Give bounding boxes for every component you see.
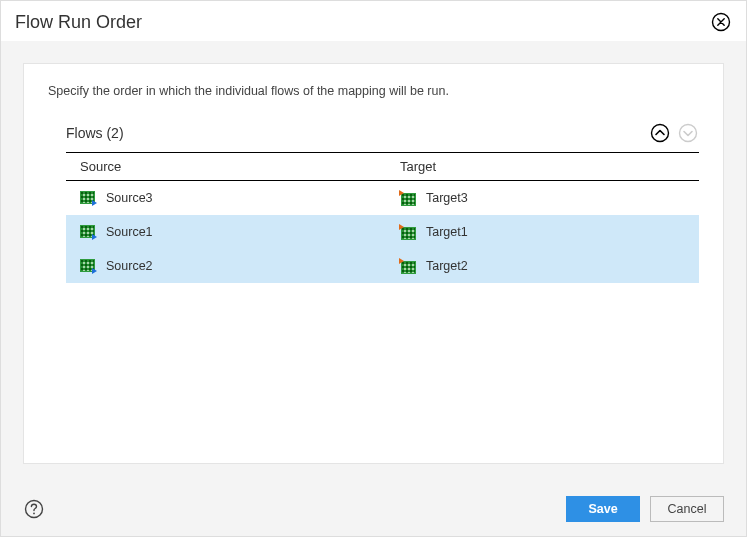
column-header-target: Target (400, 159, 699, 174)
table-row[interactable]: Source3Target3 (66, 181, 699, 215)
flows-block: Flows (2) (66, 116, 699, 283)
dialog-title: Flow Run Order (15, 12, 710, 33)
source-icon (80, 259, 96, 273)
svg-point-1 (652, 125, 669, 142)
help-icon (24, 499, 44, 519)
source-icon (80, 191, 96, 205)
body-area: Specify the order in which the individua… (1, 41, 746, 486)
target-icon (400, 225, 416, 239)
table-row[interactable]: Source1Target1 (66, 215, 699, 249)
source-label: Source1 (106, 225, 153, 239)
save-button[interactable]: Save (566, 496, 640, 522)
dialog: Flow Run Order Specify the order in whic… (0, 0, 747, 537)
source-icon (80, 225, 96, 239)
flows-header: Flows (2) (66, 116, 699, 153)
cell-target: Target1 (400, 225, 699, 239)
source-label: Source2 (106, 259, 153, 273)
cell-source: Source2 (76, 259, 400, 273)
content-panel: Specify the order in which the individua… (23, 63, 724, 464)
table-header-row: Source Target (66, 153, 699, 181)
cancel-button[interactable]: Cancel (650, 496, 724, 522)
close-button[interactable] (710, 11, 732, 33)
flows-table: Source Target Source3Target3Source1Targe… (66, 153, 699, 283)
cell-target: Target2 (400, 259, 699, 273)
chevron-down-icon (678, 123, 698, 143)
cell-source: Source3 (76, 191, 400, 205)
target-icon (400, 191, 416, 205)
close-icon (711, 12, 731, 32)
description-text: Specify the order in which the individua… (48, 84, 699, 98)
move-up-button[interactable] (649, 122, 671, 144)
help-button[interactable] (23, 498, 45, 520)
flows-header-label: Flows (2) (66, 125, 643, 141)
target-label: Target3 (426, 191, 468, 205)
cell-target: Target3 (400, 191, 699, 205)
column-header-source: Source (76, 159, 400, 174)
cell-source: Source1 (76, 225, 400, 239)
target-icon (400, 259, 416, 273)
move-down-button[interactable] (677, 122, 699, 144)
table-row[interactable]: Source2Target2 (66, 249, 699, 283)
footer: Save Cancel (1, 486, 746, 536)
svg-point-4 (33, 513, 35, 515)
target-label: Target1 (426, 225, 468, 239)
svg-point-2 (680, 125, 697, 142)
source-label: Source3 (106, 191, 153, 205)
chevron-up-icon (650, 123, 670, 143)
titlebar: Flow Run Order (1, 1, 746, 41)
target-label: Target2 (426, 259, 468, 273)
